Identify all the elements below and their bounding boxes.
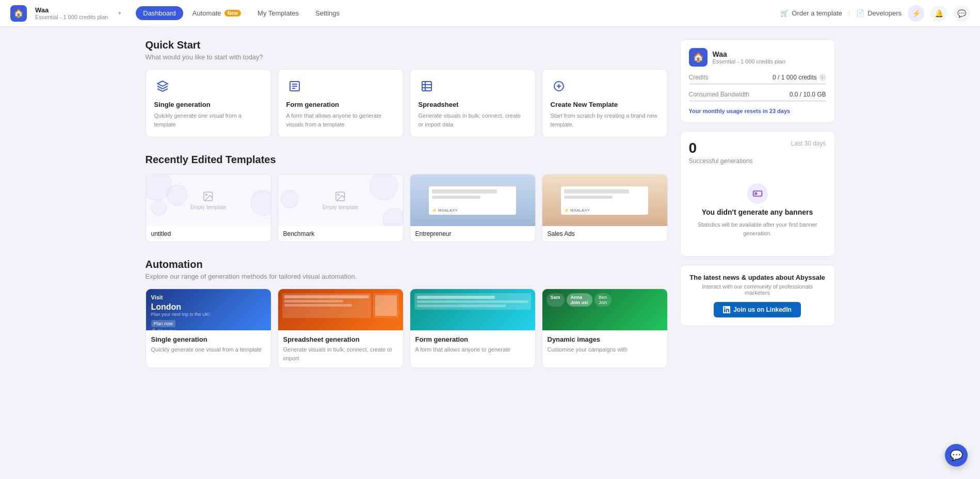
template-name-untitled: untitled bbox=[146, 226, 271, 242]
user-info: Waa Essential - 1 000 credits plan bbox=[713, 50, 785, 65]
spreadsheet-icon bbox=[419, 78, 435, 94]
qs-single-desc: Quickly generate one visual from a templ… bbox=[154, 111, 263, 129]
auto-card-spreadsheet[interactable]: Spreadsheet generation Generate visuals … bbox=[278, 289, 404, 368]
qs-form-desc: A form that allows anyone to generate vi… bbox=[286, 111, 395, 129]
linkedin-btn-label: Join us on LinkedIn bbox=[733, 306, 792, 313]
nav-templates-label: My Templates bbox=[258, 9, 299, 17]
order-template-label: Order a template bbox=[792, 9, 842, 17]
stats-period: Last 30 days bbox=[791, 140, 826, 147]
qs-spreadsheet-desc: Generate visuals in bulk; connect, creat… bbox=[419, 111, 527, 129]
bandwidth-bar bbox=[689, 100, 826, 102]
auto-card-dynamic[interactable]: Sam AnnaJoin us! BenJoin Dynamic images … bbox=[542, 289, 668, 368]
qs-card-create[interactable]: Create New Template Start from scratch b… bbox=[542, 69, 668, 137]
layers-icon bbox=[154, 78, 171, 94]
nav-tab-settings[interactable]: Settings bbox=[308, 6, 347, 20]
empty-banner-title: You didn't generate any banners bbox=[702, 208, 813, 216]
linkedin-panel: The latest news & updates about Abyssale… bbox=[680, 265, 835, 326]
qs-form-title: Form generation bbox=[286, 101, 395, 108]
bandwidth-label: Consumed Bandwidth bbox=[689, 91, 749, 98]
template-thumb-sales-ads: ⚡ MXALAXY bbox=[542, 174, 667, 226]
auto-title-dynamic: Dynamic images bbox=[548, 336, 662, 343]
stats-panel: 0 Last 30 days Successful generations Yo… bbox=[680, 131, 835, 257]
auto-card-form[interactable]: Form generation A form that allows anyon… bbox=[410, 289, 536, 368]
svg-rect-16 bbox=[753, 191, 762, 196]
qs-card-form[interactable]: Form generation A form that allows anyon… bbox=[278, 69, 404, 137]
template-name-sales-ads: Sales Ads bbox=[542, 226, 667, 242]
credits-label: Credits bbox=[689, 74, 709, 81]
order-template-button[interactable]: 🛒 Order a template bbox=[780, 9, 842, 17]
linkedin-sub: Interact with our community of professio… bbox=[689, 283, 826, 296]
template-card-benchmark[interactable]: Empty template Benchmark bbox=[278, 174, 404, 242]
bandwidth-value: 0.0 / 10.0 GB bbox=[790, 91, 826, 98]
qs-create-title: Create New Template bbox=[551, 101, 659, 108]
message-icon-btn[interactable]: 💬 bbox=[953, 5, 970, 22]
empty-template-label-1: Empty template bbox=[190, 204, 226, 210]
template-name-benchmark: Benchmark bbox=[278, 226, 403, 242]
automation-cards: Visit London Plan your next trip in the … bbox=[146, 289, 668, 368]
svg-rect-5 bbox=[422, 82, 431, 91]
banner-empty-icon bbox=[747, 183, 768, 204]
bell-icon-btn[interactable]: 🔔 bbox=[930, 5, 947, 22]
quick-start-subtitle: What would you like to start with today? bbox=[146, 53, 668, 61]
panel-user: 🏠 Waa Essential - 1 000 credits plan bbox=[689, 48, 826, 67]
qs-card-spreadsheet[interactable]: Spreadsheet Generate visuals in bulk; co… bbox=[410, 69, 536, 137]
template-card-untitled[interactable]: Empty template untitled bbox=[146, 174, 271, 242]
brand-info: Waa Essential - 1 000 credits plan bbox=[35, 6, 108, 20]
qs-spreadsheet-title: Spreadsheet bbox=[419, 101, 527, 108]
svg-marker-0 bbox=[157, 81, 168, 86]
code-icon: 📄 bbox=[856, 9, 864, 17]
auto-desc-spreadsheet: Generate visuals in bulk; connect, creat… bbox=[283, 345, 398, 362]
svg-point-17 bbox=[755, 193, 757, 194]
lightning-icon-btn[interactable]: ⚡ bbox=[908, 5, 924, 22]
nav-tab-templates[interactable]: My Templates bbox=[250, 6, 306, 20]
reset-text: Your monthly usage resets in 23 days bbox=[689, 108, 826, 114]
template-thumb-untitled: Empty template bbox=[146, 174, 271, 226]
nav-tab-dashboard[interactable]: Dashboard bbox=[136, 6, 183, 20]
right-column: 🏠 Waa Essential - 1 000 credits plan Cre… bbox=[680, 39, 835, 368]
user-avatar: 🏠 bbox=[689, 48, 708, 67]
credits-bar bbox=[689, 83, 826, 85]
topbar-separator: | bbox=[848, 9, 850, 17]
recently-edited-title: Recently Edited Templates bbox=[146, 154, 668, 166]
nav-tab-automate[interactable]: Automate New bbox=[185, 6, 248, 20]
auto-body-single: Single generation Quickly generate one v… bbox=[146, 330, 271, 359]
qs-create-desc: Start from scratch by creating a brand n… bbox=[551, 111, 659, 129]
auto-thumb-form bbox=[410, 289, 535, 330]
brand-name: Waa bbox=[35, 6, 108, 14]
panel-user-plan: Essential - 1 000 credits plan bbox=[713, 58, 785, 65]
template-card-sales-ads[interactable]: ⚡ MXALAXY Sales Ads bbox=[542, 174, 668, 242]
left-column: Quick Start What would you like to start… bbox=[146, 39, 668, 368]
plus-icon bbox=[551, 78, 567, 94]
automation-title: Automation bbox=[146, 259, 668, 270]
auto-thumb-dynamic: Sam AnnaJoin us! BenJoin bbox=[542, 289, 667, 330]
credits-row: Credits 0 / 1 000 credits i bbox=[689, 74, 826, 81]
bandwidth-row: Consumed Bandwidth 0.0 / 10.0 GB bbox=[689, 91, 826, 98]
automation-subtitle: Explore our range of generation methods … bbox=[146, 273, 668, 280]
empty-template-label-2: Empty template bbox=[323, 204, 358, 210]
nav-settings-label: Settings bbox=[315, 9, 340, 17]
auto-body-form: Form generation A form that allows anyon… bbox=[410, 330, 535, 359]
template-thumb-entrepreneur: ⚡ MXALAXY bbox=[410, 174, 535, 226]
auto-thumb-single: Visit London Plan your next trip in the … bbox=[146, 289, 271, 330]
brand-chevron-icon[interactable]: ▾ bbox=[118, 10, 121, 17]
auto-card-single[interactable]: Visit London Plan your next trip in the … bbox=[146, 289, 271, 368]
reset-days: in 23 days bbox=[763, 108, 790, 114]
svg-point-15 bbox=[338, 194, 340, 196]
template-card-entrepreneur[interactable]: ⚡ MXALAXY Entrepreneur bbox=[410, 174, 536, 242]
nav-dashboard-label: Dashboard bbox=[143, 9, 176, 17]
developers-label: Developers bbox=[867, 9, 902, 17]
template-thumb-benchmark: Empty template bbox=[278, 174, 403, 226]
credits-value: 0 / 1 000 credits i bbox=[773, 74, 826, 81]
qs-card-single[interactable]: Single generation Quickly generate one v… bbox=[146, 69, 271, 137]
empty-banner: You didn't generate any banners Statisti… bbox=[689, 173, 826, 248]
credits-info-icon[interactable]: i bbox=[819, 74, 826, 81]
brand-plan: Essential - 1 000 credits plan bbox=[35, 14, 108, 20]
topbar-right: 🛒 Order a template | 📄 Developers ⚡ 🔔 💬 bbox=[780, 5, 970, 22]
auto-title-single: Single generation bbox=[151, 336, 266, 343]
auto-body-dynamic: Dynamic images Customise your campaigns … bbox=[542, 330, 667, 359]
svg-point-13 bbox=[206, 194, 207, 196]
auto-thumb-spreadsheet bbox=[278, 289, 403, 330]
empty-banner-desc: Statistics will be available after your … bbox=[694, 220, 821, 237]
developers-button[interactable]: 📄 Developers bbox=[856, 9, 902, 17]
linkedin-join-button[interactable]: Join us on LinkedIn bbox=[714, 302, 801, 317]
